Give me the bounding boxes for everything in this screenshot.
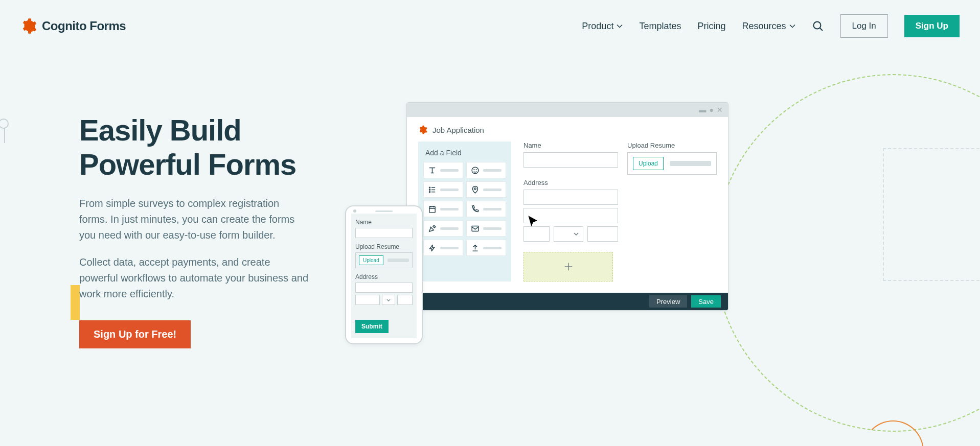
nav-resources[interactable]: Resources <box>742 21 795 32</box>
window-title-bar: ▬ ● ✕ <box>407 103 728 117</box>
field-type-calculation[interactable] <box>423 240 463 256</box>
field-type-choice[interactable] <box>423 181 463 198</box>
main-nav: Product Templates Pricing Resources Log … <box>582 14 960 38</box>
chevron-down-icon <box>386 299 391 301</box>
hero-title-line1: Easily Build <box>79 113 241 147</box>
gear-icon <box>418 125 427 134</box>
nav-templates-label: Templates <box>639 21 681 32</box>
phone-label-upload: Upload Resume <box>355 243 413 250</box>
phone-label-address: Address <box>355 273 413 280</box>
svg-point-5 <box>429 187 430 188</box>
nav-product-label: Product <box>582 21 613 32</box>
svg-point-4 <box>476 169 476 170</box>
form-select-state[interactable] <box>554 226 584 242</box>
nav-pricing[interactable]: Pricing <box>697 21 725 32</box>
phone-label-name: Name <box>355 219 413 226</box>
field-type-location[interactable] <box>466 181 506 198</box>
form-upload-box: Upload <box>627 152 717 175</box>
brand-name: Cognito Forms <box>42 19 126 33</box>
brand-logo[interactable]: Cognito Forms <box>20 18 126 34</box>
form-input-name[interactable] <box>523 152 618 168</box>
form-label-name: Name <box>523 142 618 149</box>
form-input-address-line1[interactable] <box>523 190 618 205</box>
chevron-down-icon <box>789 24 795 28</box>
window-minimize-icon: ▬ <box>699 106 706 113</box>
field-type-phone[interactable] <box>466 201 506 217</box>
nav-pricing-label: Pricing <box>697 21 725 32</box>
add-field-title: Add a Field <box>423 149 506 157</box>
save-button[interactable]: Save <box>691 295 721 308</box>
upload-placeholder-bar <box>670 161 711 166</box>
hero-paragraph-1: From simple surveys to complex registrat… <box>79 196 309 243</box>
form-label-address: Address <box>523 179 618 186</box>
nav-resources-label: Resources <box>742 21 786 32</box>
field-type-text[interactable] <box>423 162 463 178</box>
svg-line-1 <box>820 28 823 31</box>
hero-section: Easily Build Powerful Forms From simple … <box>0 52 980 348</box>
form-input-zip[interactable] <box>587 226 618 242</box>
chevron-down-icon <box>574 232 579 236</box>
svg-point-2 <box>472 167 478 174</box>
upload-button[interactable]: Upload <box>633 157 664 170</box>
phone-input-zip[interactable] <box>397 295 413 305</box>
field-type-signature[interactable] <box>423 220 463 237</box>
window-maximize-icon: ● <box>710 106 714 113</box>
site-header: Cognito Forms Product Templates Pricing … <box>0 0 980 52</box>
form-preview-area: Name Address <box>523 142 717 281</box>
svg-point-7 <box>429 189 430 190</box>
phone-submit-button[interactable]: Submit <box>355 320 389 333</box>
phone-upload-bar <box>388 259 409 262</box>
phone-camera-icon <box>353 209 356 213</box>
nav-templates[interactable]: Templates <box>639 21 681 32</box>
phone-select-state[interactable] <box>382 295 395 305</box>
login-button[interactable]: Log In <box>840 14 888 38</box>
phone-input-city[interactable] <box>355 295 380 305</box>
phone-upload-box: Upload <box>355 252 413 268</box>
search-icon[interactable] <box>812 20 824 32</box>
phone-input-name[interactable] <box>355 228 413 238</box>
builder-footer: Preview Save <box>407 293 728 310</box>
hero-illustration: ▬ ● ✕ Job Application Add a Field <box>345 113 901 348</box>
svg-rect-16 <box>472 226 478 231</box>
window-close-icon: ✕ <box>717 106 723 113</box>
hero-paragraph-2: Collect data, accept payments, and creat… <box>79 254 309 302</box>
hero-copy: Easily Build Powerful Forms From simple … <box>79 113 325 348</box>
field-type-rating[interactable] <box>466 162 506 178</box>
add-field-panel: Add a Field <box>418 142 511 281</box>
preview-button[interactable]: Preview <box>649 295 687 308</box>
gear-icon <box>20 18 37 34</box>
phone-speaker-icon <box>375 210 393 212</box>
phone-mockup: Name Upload Resume Upload Address <box>345 205 423 344</box>
phone-input-address[interactable] <box>355 283 413 293</box>
field-type-date[interactable] <box>423 201 463 217</box>
phone-upload-button[interactable]: Upload <box>359 255 383 265</box>
add-field-dropzone[interactable] <box>523 252 613 281</box>
svg-point-9 <box>429 191 430 192</box>
svg-point-11 <box>474 187 476 190</box>
cursor-icon <box>527 215 541 229</box>
svg-rect-12 <box>429 206 435 212</box>
field-type-upload[interactable] <box>466 240 506 256</box>
chevron-down-icon <box>617 24 623 28</box>
field-type-email[interactable] <box>466 220 506 237</box>
signup-button[interactable]: Sign Up <box>904 15 960 37</box>
cta-signup-free-button[interactable]: Sign Up for Free! <box>79 320 191 348</box>
builder-window: ▬ ● ✕ Job Application Add a Field <box>406 102 728 311</box>
form-label-upload: Upload Resume <box>627 142 717 149</box>
plus-icon <box>563 261 574 272</box>
svg-point-3 <box>474 169 474 170</box>
svg-point-0 <box>813 22 821 29</box>
hero-title: Easily Build Powerful Forms <box>79 113 325 181</box>
builder-title: Job Application <box>432 126 484 134</box>
hero-title-line2: Powerful Forms <box>79 148 296 181</box>
nav-product[interactable]: Product <box>582 21 623 32</box>
